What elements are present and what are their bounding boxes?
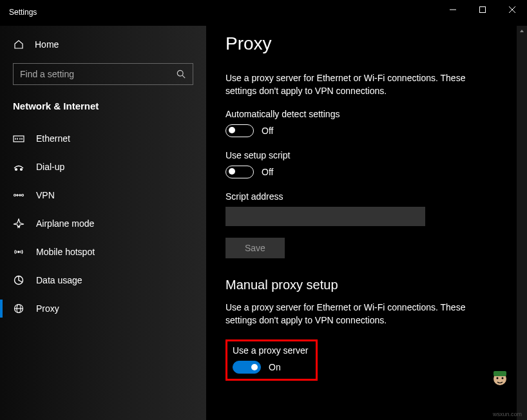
airplane-icon xyxy=(13,218,24,229)
manual-section-heading: Manual proxy setup xyxy=(225,278,497,292)
auto-proxy-desc: Use a proxy server for Ethernet or Wi-Fi… xyxy=(225,72,497,97)
hotspot-icon xyxy=(13,246,24,258)
nav-label: Dial-up xyxy=(36,162,64,172)
svg-point-14 xyxy=(22,195,24,196)
svg-point-18 xyxy=(18,251,19,253)
content-pane: Proxy Use a proxy server for Ethernet or… xyxy=(206,26,517,420)
auto-detect-state: Off xyxy=(262,126,273,136)
scroll-up-arrow[interactable] xyxy=(517,26,527,36)
svg-line-5 xyxy=(182,75,185,78)
manual-proxy-desc: Use a proxy server for Ethernet or Wi-Fi… xyxy=(225,301,497,327)
svg-point-13 xyxy=(14,195,16,196)
nav-label: Airplane mode xyxy=(36,218,94,229)
use-proxy-label: Use a proxy server xyxy=(233,345,308,356)
nav-item-datausage[interactable]: Data usage xyxy=(0,266,206,294)
save-button[interactable]: Save xyxy=(225,238,285,258)
page-title: Proxy xyxy=(225,33,497,54)
use-script-state: Off xyxy=(262,167,273,177)
vertical-scrollbar[interactable] xyxy=(517,26,527,420)
vpn-icon xyxy=(13,189,24,201)
home-label: Home xyxy=(35,39,59,50)
search-icon xyxy=(175,68,187,80)
home-icon xyxy=(13,39,24,50)
highlight-annotation: Use a proxy server On xyxy=(225,339,318,381)
script-address-input[interactable] xyxy=(225,207,425,226)
use-proxy-toggle[interactable] xyxy=(233,361,261,374)
svg-point-4 xyxy=(177,70,183,76)
script-address-label: Script address xyxy=(225,191,497,202)
nav-item-vpn[interactable]: VPN xyxy=(0,181,206,209)
nav-item-ethernet[interactable]: Ethernet xyxy=(0,124,206,153)
dialup-icon xyxy=(13,161,24,173)
minimize-button[interactable] xyxy=(438,0,468,19)
nav-item-airplane[interactable]: Airplane mode xyxy=(0,209,206,238)
nav-list: Ethernet Dial-up VPN xyxy=(0,124,206,323)
nav-item-hotspot[interactable]: Mobile hotspot xyxy=(0,238,206,266)
window-title: Settings xyxy=(9,6,37,17)
category-heading: Network & Internet xyxy=(0,97,206,124)
auto-detect-toggle[interactable] xyxy=(225,124,254,137)
use-proxy-state: On xyxy=(269,362,281,372)
nav-label: VPN xyxy=(36,190,55,200)
svg-point-26 xyxy=(502,377,504,379)
ethernet-icon xyxy=(13,133,24,144)
nav-label: Ethernet xyxy=(36,133,70,144)
use-script-toggle[interactable] xyxy=(225,166,254,178)
datausage-icon xyxy=(13,274,24,286)
nav-item-dialup[interactable]: Dial-up xyxy=(0,153,206,181)
watermark: wsxun.com xyxy=(493,411,522,417)
titlebar: Settings xyxy=(0,0,527,26)
close-button[interactable] xyxy=(497,0,527,19)
nav-label: Data usage xyxy=(36,275,82,285)
maximize-button[interactable] xyxy=(468,0,497,19)
proxy-icon xyxy=(13,303,24,314)
auto-detect-label: Automatically detect settings xyxy=(225,109,497,119)
nav-label: Mobile hotspot xyxy=(36,247,95,257)
home-nav[interactable]: Home xyxy=(0,32,206,57)
svg-point-12 xyxy=(21,169,23,171)
svg-point-11 xyxy=(15,169,17,171)
avatar-decoration xyxy=(488,366,512,389)
nav-label: Proxy xyxy=(36,303,59,314)
window-controls xyxy=(438,0,527,19)
use-script-label: Use setup script xyxy=(225,150,497,160)
nav-item-proxy[interactable]: Proxy xyxy=(0,294,206,323)
search-input[interactable] xyxy=(13,63,193,85)
search-row xyxy=(13,63,193,85)
svg-rect-1 xyxy=(480,7,486,13)
svg-point-25 xyxy=(497,377,499,379)
sidebar: Home Network & Internet Ethernet xyxy=(0,26,206,420)
svg-rect-24 xyxy=(493,371,506,376)
